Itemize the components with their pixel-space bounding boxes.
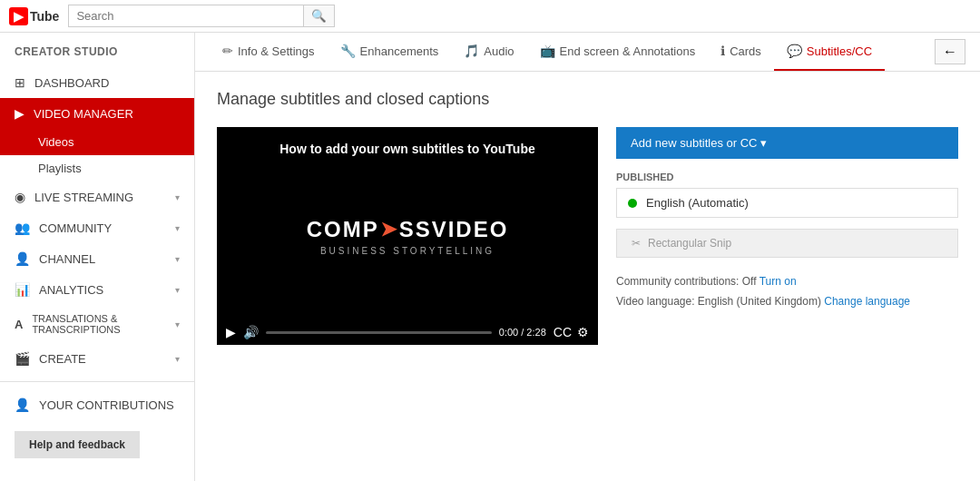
sidebar: CREATOR STUDIO ⊞ DASHBOARD ▶ VIDEO MANAG… bbox=[0, 33, 195, 481]
subtitle-panel: Add new subtitles or CC ▾ PUBLISHED Engl… bbox=[616, 127, 958, 345]
published-label: PUBLISHED bbox=[616, 172, 958, 182]
sidebar-label-channel: CHANNEL bbox=[39, 252, 175, 266]
sidebar-sub-videos[interactable]: Videos bbox=[0, 129, 194, 155]
channel-arrow: ▾ bbox=[175, 254, 180, 264]
sidebar-item-live-streaming[interactable]: ◉ LIVE STREAMING ▾ bbox=[0, 182, 194, 212]
logo-text: Tube bbox=[30, 9, 59, 24]
sidebar-item-analytics[interactable]: 📊 ANALYTICS ▾ bbox=[0, 274, 194, 305]
captions-button[interactable]: CC bbox=[554, 325, 572, 339]
sidebar-item-channel[interactable]: 👤 CHANNEL ▾ bbox=[0, 243, 194, 274]
compass-arrow-icon: ➤ bbox=[380, 218, 398, 241]
video-language-text: Video language: English (United Kingdom) bbox=[616, 295, 821, 308]
language-label: English (Automatic) bbox=[646, 196, 749, 210]
language-row: English (Automatic) bbox=[616, 188, 958, 218]
subtitles-icon: 💬 bbox=[787, 44, 802, 58]
search-input[interactable] bbox=[68, 5, 304, 27]
volume-button[interactable]: 🔊 bbox=[243, 325, 259, 339]
channel-icon: 👤 bbox=[15, 251, 30, 266]
sidebar-label-live-streaming: LIVE STREAMING bbox=[34, 191, 175, 204]
live-streaming-icon: ◉ bbox=[15, 190, 25, 204]
video-box: How to add your own subtitles to YouTube… bbox=[217, 127, 598, 345]
community-icon: 👥 bbox=[15, 221, 30, 235]
tab-cards[interactable]: ℹ Cards bbox=[708, 33, 774, 71]
logo: ▶ Tube bbox=[9, 7, 59, 25]
settings-video-button[interactable]: ⚙ bbox=[577, 325, 589, 339]
audio-icon: 🎵 bbox=[464, 44, 479, 58]
main-layout: CREATOR STUDIO ⊞ DASHBOARD ▶ VIDEO MANAG… bbox=[0, 33, 980, 481]
sidebar-label-community: COMMUNITY bbox=[39, 221, 175, 235]
tab-subtitles-label: Subtitles/CC bbox=[807, 44, 872, 58]
tab-end-screen-label: End screen & Annotations bbox=[560, 44, 696, 58]
video-logo: COMP ➤ SSVIDEO BUSINESS STORYTELLING bbox=[307, 217, 509, 256]
contributions-icon: 👤 bbox=[15, 398, 30, 412]
translations-icon: A bbox=[15, 318, 23, 331]
tab-enhancements[interactable]: 🔧 Enhancements bbox=[328, 33, 452, 71]
search-button[interactable]: 🔍 bbox=[304, 5, 335, 27]
analytics-arrow: ▾ bbox=[175, 285, 180, 295]
logo-tube-icon: ▶ bbox=[9, 7, 28, 25]
add-subtitle-button[interactable]: Add new subtitles or CC ▾ bbox=[616, 127, 958, 159]
sidebar-item-dashboard[interactable]: ⊞ DASHBOARD bbox=[0, 67, 194, 98]
time-display: 0:00 / 2:28 bbox=[499, 327, 546, 338]
tab-subtitles[interactable]: 💬 Subtitles/CC bbox=[774, 33, 885, 71]
green-dot-icon bbox=[628, 199, 637, 208]
video-section: How to add your own subtitles to YouTube… bbox=[217, 127, 958, 345]
sidebar-label-analytics: ANALYTICS bbox=[39, 283, 175, 297]
translations-arrow: ▾ bbox=[175, 319, 180, 329]
page-title: Manage subtitles and closed captions bbox=[217, 90, 958, 109]
snip-label: Rectangular Snip bbox=[648, 237, 731, 250]
sidebar-title: CREATOR STUDIO bbox=[0, 33, 194, 67]
sidebar-item-contributions[interactable]: 👤 YOUR CONTRIBUTIONS bbox=[0, 389, 194, 420]
sidebar-label-contributions: YOUR CONTRIBUTIONS bbox=[39, 398, 180, 412]
enhancements-icon: 🔧 bbox=[340, 44, 356, 58]
sidebar-label-dashboard: DASHBOARD bbox=[34, 76, 180, 90]
compass-text: COMP ➤ SSVIDEO bbox=[307, 217, 509, 242]
tab-enhancements-label: Enhancements bbox=[360, 44, 439, 58]
dashboard-icon: ⊞ bbox=[15, 75, 25, 90]
live-streaming-arrow: ▾ bbox=[175, 192, 180, 202]
create-arrow: ▾ bbox=[175, 354, 180, 364]
sidebar-divider bbox=[0, 381, 194, 382]
tab-bar: ✏ Info & Settings 🔧 Enhancements 🎵 Audio… bbox=[195, 33, 980, 72]
sidebar-item-video-manager[interactable]: ▶ VIDEO MANAGER bbox=[0, 98, 194, 129]
video-title-overlay: How to add your own subtitles to YouTube bbox=[217, 142, 598, 156]
back-button[interactable]: ← bbox=[935, 39, 965, 64]
tab-info[interactable]: ✏ Info & Settings bbox=[210, 33, 328, 71]
create-icon: 🎬 bbox=[15, 351, 30, 366]
community-arrow: ▾ bbox=[175, 223, 180, 233]
logo-left: COMP bbox=[307, 217, 379, 242]
page-content: Manage subtitles and closed captions How… bbox=[195, 72, 980, 363]
video-sub-text: BUSINESS STORYTELLING bbox=[320, 246, 495, 256]
snip-icon: ✂ bbox=[632, 237, 641, 250]
video-manager-icon: ▶ bbox=[15, 106, 24, 121]
turn-on-link[interactable]: Turn on bbox=[760, 275, 797, 288]
sidebar-label-video-manager: VIDEO MANAGER bbox=[34, 107, 180, 121]
snip-box: ✂ Rectangular Snip bbox=[616, 229, 958, 258]
info-icon: ✏ bbox=[222, 44, 233, 58]
sidebar-item-community[interactable]: 👥 COMMUNITY ▾ bbox=[0, 212, 194, 243]
search-bar: 🔍 bbox=[68, 5, 335, 27]
tab-cards-label: Cards bbox=[730, 44, 761, 58]
play-button[interactable]: ▶ bbox=[226, 325, 236, 339]
ctrl-right: CC ⚙ bbox=[554, 325, 589, 339]
tab-info-label: Info & Settings bbox=[238, 44, 315, 58]
tab-audio[interactable]: 🎵 Audio bbox=[451, 33, 526, 71]
sidebar-item-create[interactable]: 🎬 CREATE ▾ bbox=[0, 343, 194, 374]
community-contributions-text: Community contributions: Off bbox=[616, 275, 757, 288]
tab-end-screen[interactable]: 📺 End screen & Annotations bbox=[527, 33, 709, 71]
end-screen-icon: 📺 bbox=[540, 44, 555, 58]
sidebar-label-translations: TRANSLATIONS & TRANSCRIPTIONS bbox=[32, 313, 175, 335]
community-info: Community contributions: Off Turn on Vid… bbox=[616, 272, 958, 311]
analytics-icon: 📊 bbox=[15, 282, 30, 297]
logo-right: SSVIDEO bbox=[399, 217, 509, 242]
content-area: ✏ Info & Settings 🔧 Enhancements 🎵 Audio… bbox=[195, 33, 980, 481]
sidebar-sub-playlists[interactable]: Playlists bbox=[0, 155, 194, 182]
tab-audio-label: Audio bbox=[484, 44, 514, 58]
change-language-link[interactable]: Change language bbox=[824, 295, 910, 308]
help-feedback-button[interactable]: Help and feedback bbox=[15, 431, 140, 458]
sidebar-item-translations[interactable]: A TRANSLATIONS & TRANSCRIPTIONS ▾ bbox=[0, 305, 194, 343]
video-controls: ▶ 🔊 0:00 / 2:28 CC ⚙ bbox=[217, 319, 598, 345]
sidebar-label-create: CREATE bbox=[39, 352, 175, 366]
video-player: How to add your own subtitles to YouTube… bbox=[217, 127, 598, 345]
progress-bar[interactable] bbox=[266, 331, 492, 334]
